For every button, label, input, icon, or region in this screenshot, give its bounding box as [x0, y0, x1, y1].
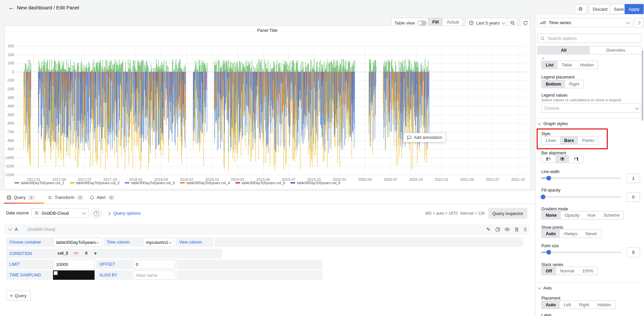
option-all[interactable]: All [538, 46, 590, 54]
point-size-value[interactable]: 5 [627, 248, 640, 257]
option-auto[interactable]: Auto [542, 301, 560, 309]
axis-section-header[interactable]: Axis [538, 285, 552, 291]
option-lines[interactable]: Lines [542, 137, 560, 144]
option-overrides[interactable]: Overrides [590, 46, 642, 54]
add-query-label: Query [15, 293, 26, 298]
option-right[interactable]: Right [575, 301, 593, 309]
query-options-toggle[interactable]: Query options [113, 211, 141, 216]
option-left[interactable]: Left [560, 301, 575, 309]
legend-item[interactable]: table30DayTo5years.col_5 [235, 181, 285, 185]
add-condition-button[interactable]: + [94, 250, 97, 256]
datasource-help-button[interactable]: ? [91, 208, 102, 218]
condition-operator[interactable]: <= [74, 251, 78, 256]
panel-settings-gear-button[interactable]: ⚙ [575, 4, 587, 14]
option-table[interactable]: Table [557, 61, 576, 69]
legend-item[interactable]: table30DayTo5years.col_4 [180, 181, 230, 185]
choose-container-label: Choose container [6, 238, 53, 247]
discard-button[interactable]: Discard [589, 4, 611, 14]
fill-opacity-value[interactable]: 0 [627, 192, 640, 202]
option-opacity[interactable]: Opacity [561, 211, 584, 219]
tab-alert[interactable]: Alert 0 [87, 191, 119, 204]
legend-item[interactable]: table30DayTo5years.col_3 [125, 181, 175, 185]
container-select[interactable]: table30DayTo5years [53, 238, 102, 247]
legend-item[interactable]: table30DayTo5years.col_6 [290, 181, 340, 185]
apply-button[interactable]: Apply [625, 4, 644, 14]
option-always[interactable]: Always [560, 230, 582, 238]
condition-field-chip[interactable]: col_3 [58, 251, 68, 256]
limit-input[interactable] [53, 260, 95, 269]
options-search-input[interactable] [547, 36, 638, 41]
tab-alert-count: 0 [108, 195, 115, 200]
delete-query-button[interactable] [513, 226, 520, 233]
view-column-link[interactable]: View column [176, 238, 213, 247]
option-hidden[interactable]: Hidden [576, 61, 598, 69]
time-sampling-box[interactable] [53, 270, 95, 280]
options-search[interactable] [537, 34, 641, 43]
chevron-down-icon [626, 20, 630, 24]
bar-align-center-button[interactable] [555, 155, 569, 163]
option-hidden[interactable]: Hidden [593, 301, 615, 309]
option-bars[interactable]: Bars [560, 137, 578, 144]
bar-alignment-label: Bar alignment [541, 151, 566, 155]
option-auto[interactable]: Auto [542, 230, 560, 238]
add-annotation-tooltip[interactable]: Add annotation [403, 133, 446, 142]
legend-mode-group: ListTableHidden [541, 61, 598, 69]
search-icon [540, 36, 545, 41]
option-100-[interactable]: 100% [578, 267, 597, 275]
option-fill[interactable]: Fill [428, 18, 443, 26]
slider-thumb[interactable] [546, 250, 551, 255]
axis-title: Axis [543, 285, 552, 291]
option-normal[interactable]: Normal [556, 267, 578, 275]
option-bottom[interactable]: Bottom [542, 80, 565, 88]
bar-align-after-button[interactable] [569, 155, 583, 163]
fill-opacity-slider[interactable] [541, 197, 621, 197]
option-never[interactable]: Never [582, 230, 601, 238]
bar-align-before-button[interactable] [542, 155, 555, 163]
tab-query-count: 1 [28, 195, 35, 200]
add-query-button[interactable]: + Query [6, 291, 31, 301]
sidebar-scrollbar[interactable] [642, 50, 643, 121]
option-hue[interactable]: Hue [584, 211, 600, 219]
option-actual[interactable]: Actual [443, 18, 463, 26]
gear-icon: ⚙ [578, 6, 583, 12]
chart-canvas[interactable] [4, 26, 531, 190]
table-view-switch[interactable] [417, 20, 427, 25]
option-right[interactable]: Right [565, 80, 583, 88]
collapse-chevron-icon[interactable] [8, 227, 12, 230]
offset-input[interactable] [133, 260, 175, 269]
visualization-picker[interactable]: Time series [537, 18, 632, 27]
slider-thumb[interactable] [541, 195, 545, 199]
legend-item[interactable]: table30DayTo5years.col_2 [70, 181, 120, 185]
time-sampling-checkbox[interactable] [54, 271, 58, 275]
condition-band: col_3 <= 0 + [53, 249, 222, 258]
tab-transform[interactable]: Transform 0 [45, 191, 88, 204]
datasource-select[interactable]: GridDB-Cloud [32, 208, 89, 218]
comment-bubble-icon [407, 136, 412, 140]
edit-query-button[interactable]: ✎ [485, 226, 492, 233]
line-width-value[interactable]: 1 [627, 173, 640, 183]
slider-thumb[interactable] [546, 176, 551, 180]
alias-input[interactable] [133, 270, 175, 280]
back-arrow-icon[interactable]: ← [8, 4, 15, 11]
option-list[interactable]: List [542, 61, 557, 69]
time-column-select[interactable]: mycolumn1 [143, 238, 174, 247]
point-size-slider[interactable] [541, 252, 621, 253]
graph-styles-section-header[interactable]: Graph styles [538, 121, 568, 126]
query-a-header[interactable]: A (GridDB-Cloud) [4, 224, 529, 235]
duplicate-query-button[interactable] [494, 226, 501, 233]
legend-series-name: table30DayTo5years.col_2 [76, 181, 120, 185]
show-points-label: Show points [541, 225, 563, 230]
legend-values-select[interactable]: Choose [541, 103, 641, 113]
option-scheme[interactable]: Scheme [599, 211, 624, 219]
condition-value[interactable]: 0 [85, 251, 88, 256]
line-width-slider[interactable] [541, 178, 621, 178]
tab-query[interactable]: Query 1 [4, 191, 44, 204]
option-none[interactable]: None [542, 211, 561, 219]
legend-item[interactable]: table30DayTo5years.col_1 [14, 181, 64, 185]
option-off[interactable]: Off [542, 267, 556, 275]
query-inspector-button[interactable]: Query inspector [488, 208, 527, 219]
drag-handle[interactable] [522, 226, 529, 233]
toggle-query-visibility-button[interactable] [504, 226, 511, 233]
collapse-options-button[interactable] [634, 18, 643, 28]
option-points[interactable]: Points [578, 137, 598, 144]
